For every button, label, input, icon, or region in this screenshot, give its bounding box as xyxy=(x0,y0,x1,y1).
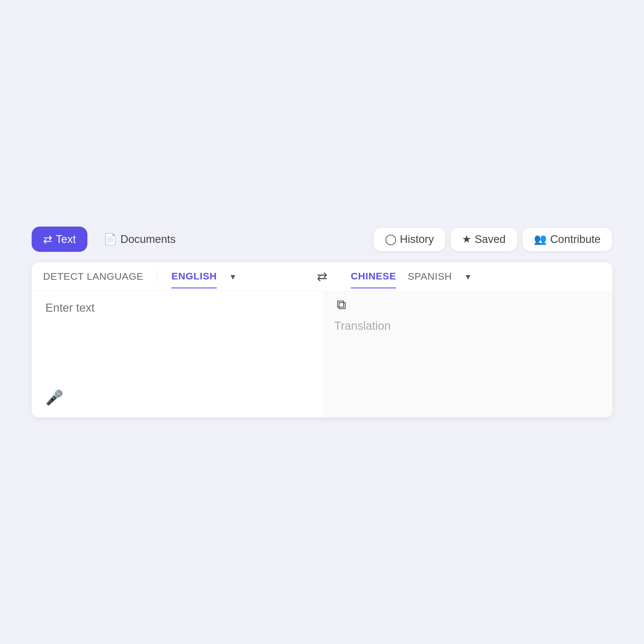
separator xyxy=(157,269,158,284)
swap-icon: ⇄ xyxy=(317,269,327,284)
contribute-label: Contribute xyxy=(550,233,601,246)
chevron-down-icon: ▾ xyxy=(231,271,235,282)
translation-output: Translation xyxy=(334,317,599,332)
saved-button[interactable]: ★ Saved xyxy=(450,227,517,252)
top-bar: ⇄ Text 📄 Documents ◯ History ★ Saved xyxy=(32,227,612,252)
spanish-language-option[interactable]: SPANISH xyxy=(408,265,452,288)
chevron-down-icon-right: ▾ xyxy=(466,271,470,282)
copy-translation-button[interactable]: ⧉ xyxy=(334,294,348,315)
history-icon: ◯ xyxy=(385,233,396,245)
target-language-dropdown-button[interactable]: ▾ xyxy=(463,268,473,285)
source-language-selector: DETECT LANGUAGE ENGLISH ▾ xyxy=(32,265,305,288)
people-icon: 👥 xyxy=(534,233,547,245)
language-selector-row: DETECT LANGUAGE ENGLISH ▾ ⇄ CHINESE SPAN… xyxy=(32,262,612,291)
top-bar-right: ◯ History ★ Saved 👥 Contribute xyxy=(373,227,612,252)
copy-icon: ⧉ xyxy=(337,297,346,313)
history-button[interactable]: ◯ History xyxy=(373,227,446,252)
source-text-input[interactable] xyxy=(45,301,310,405)
translate-icon: ⇄ xyxy=(43,233,52,246)
documents-tab-label: Documents xyxy=(120,233,176,246)
source-panel: 🎤 xyxy=(32,291,324,417)
target-panel: ⧉ Translation xyxy=(324,291,613,417)
text-tab-button[interactable]: ⇄ Text xyxy=(32,227,87,252)
translation-card: DETECT LANGUAGE ENGLISH ▾ ⇄ CHINESE SPAN… xyxy=(32,262,612,417)
text-tab-label: Text xyxy=(56,233,76,246)
saved-label: Saved xyxy=(475,233,506,246)
app-container: ⇄ Text 📄 Documents ◯ History ★ Saved xyxy=(20,209,624,435)
swap-languages-button[interactable]: ⇄ xyxy=(312,265,332,288)
microphone-button[interactable]: 🎤 xyxy=(43,387,66,408)
history-label: History xyxy=(400,233,434,246)
english-language-option[interactable]: ENGLISH xyxy=(171,265,217,288)
contribute-button[interactable]: 👥 Contribute xyxy=(522,227,612,252)
document-icon: 📄 xyxy=(103,233,117,246)
chinese-language-option[interactable]: CHINESE xyxy=(351,265,396,288)
top-bar-left: ⇄ Text 📄 Documents xyxy=(32,227,187,252)
translation-panels: 🎤 ⧉ Translation xyxy=(32,291,612,417)
star-icon: ★ xyxy=(462,233,471,245)
source-language-dropdown-button[interactable]: ▾ xyxy=(228,268,237,285)
mic-icon: 🎤 xyxy=(45,389,63,406)
documents-tab-button[interactable]: 📄 Documents xyxy=(92,227,187,252)
swap-button-wrapper: ⇄ xyxy=(305,265,339,288)
detect-language-option[interactable]: DETECT LANGUAGE xyxy=(43,265,143,288)
target-language-selector: CHINESE SPANISH ▾ xyxy=(339,265,612,288)
target-panel-top: ⧉ xyxy=(334,291,599,317)
